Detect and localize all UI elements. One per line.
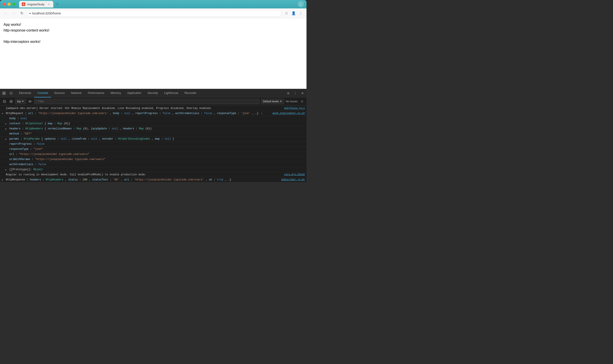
log-property-body: body : null xyxy=(0,116,306,121)
svg-point-15 xyxy=(302,101,303,102)
devtools-device-icon[interactable] xyxy=(8,90,14,96)
back-button[interactable]: ← xyxy=(3,10,9,16)
tab-sources[interactable]: Sources xyxy=(51,89,68,97)
log-source-polyfills[interactable]: polyfills.js:1 xyxy=(281,106,305,110)
tab-security[interactable]: Security xyxy=(144,89,161,97)
devtools-inspect-icon[interactable] xyxy=(1,90,7,96)
reload-button[interactable]: ↻ xyxy=(19,10,25,16)
log-property-method: method : "GET" xyxy=(0,131,306,136)
log-entry-angular-devmode: Angular is running in development mode. … xyxy=(0,172,306,177)
close-button[interactable] xyxy=(3,3,6,6)
log-property-responsetype: responseType : "json" xyxy=(0,147,306,152)
browser-tab[interactable]: A AngularStudy × xyxy=(19,1,53,8)
log-content-httprequest: HttpRequest { url : 'https://jsonplaceho… xyxy=(6,111,269,116)
tab-network[interactable]: Network xyxy=(68,89,85,97)
devtools-close-icon[interactable]: ✕ xyxy=(299,90,306,96)
expand-proto-icon[interactable]: ► xyxy=(5,168,8,171)
tab-title: AngularStudy xyxy=(27,3,44,6)
tab-favicon: A xyxy=(22,2,25,6)
context-value: top xyxy=(17,100,21,103)
log-property-params: ► params : HttpParams { updates : null ,… xyxy=(0,136,306,142)
lock-icon: ● xyxy=(29,12,31,15)
svg-rect-1 xyxy=(4,92,5,93)
log-content-angular-devmode: Angular is running in development mode. … xyxy=(6,173,281,177)
httprequest-brace-open: { xyxy=(25,112,27,115)
tab-console[interactable]: Console xyxy=(34,89,51,97)
svg-rect-4 xyxy=(10,92,12,94)
filter-input[interactable] xyxy=(38,100,258,103)
nav-bar: ← → ↻ ● localhost:4200/home ☆ 👤 ⋮ xyxy=(0,8,306,18)
levels-button[interactable]: Default levels ▼ xyxy=(261,99,284,104)
expand-context-icon[interactable]: ► xyxy=(5,122,8,126)
log-property-withcredentials: withCredentials : false xyxy=(0,162,306,167)
app-line-3: http-interceptors works! xyxy=(3,39,303,45)
nav-right-icons: ☆ 👤 ⋮ xyxy=(283,10,304,16)
no-issues-label: No Issues xyxy=(286,100,298,103)
log-source-auth-interceptor[interactable]: auth.interceptor.ts:22 xyxy=(269,111,305,115)
log-entry-server: [webpack-dev-server] Server started: Hot… xyxy=(0,106,306,111)
window-controls-right: ⌄ xyxy=(298,1,304,7)
expand-headers-icon[interactable]: ► xyxy=(5,127,8,131)
svg-point-14 xyxy=(29,101,30,102)
url-text: localhost:4200/home xyxy=(32,12,61,15)
devtools-more-icon[interactable]: ⋮ xyxy=(292,90,298,96)
tab-lighthouse[interactable]: Lighthouse xyxy=(161,89,181,97)
traffic-lights xyxy=(3,3,15,6)
levels-chevron-icon: ▼ xyxy=(280,100,282,103)
clear-console-button[interactable] xyxy=(2,99,7,104)
log-entry-httprequest: ▼ HttpRequest { url : 'https://jsonplace… xyxy=(0,111,306,116)
filter-icon: 〈 xyxy=(36,100,37,103)
svg-rect-3 xyxy=(4,93,5,94)
httprequest-url-key: url xyxy=(28,112,33,115)
httprequest-label: HttpRequest xyxy=(6,112,25,115)
browser-window: A AngularStudy × + ⌄ ← → ↻ ● localhost:4… xyxy=(0,0,306,182)
menu-button[interactable]: ⋮ xyxy=(298,10,304,16)
expand-button[interactable]: ⌄ xyxy=(298,1,304,7)
log-property-urlwithparams: urlWithParams : "https://jsonplaceholder… xyxy=(0,157,306,162)
log-content-httpresponse: HttpResponse { headers : HttpHeaders , s… xyxy=(6,178,278,182)
svg-line-9 xyxy=(3,101,5,102)
log-entry-httpresponse: ► HttpResponse { headers : HttpHeaders ,… xyxy=(0,177,306,182)
svg-rect-0 xyxy=(3,92,4,93)
levels-label: Default levels xyxy=(263,100,279,103)
forward-button[interactable]: → xyxy=(11,10,17,16)
tab-memory[interactable]: Memory xyxy=(107,89,124,97)
log-source-core-mjs[interactable]: core.mjs:25520 xyxy=(281,173,305,176)
address-bar[interactable]: ● localhost:4200/home xyxy=(27,10,282,17)
log-source-subscriber[interactable]: Subscriber.js:91 xyxy=(278,178,305,182)
expand-arrow-httpresponse[interactable]: ► xyxy=(2,178,5,182)
maximize-button[interactable] xyxy=(13,3,15,6)
page-content: App works! http-response-content works! … xyxy=(0,18,306,89)
tab-elements[interactable]: Elements xyxy=(16,89,34,97)
devtools-right-controls: ⋮ ✕ xyxy=(285,90,306,96)
svg-point-13 xyxy=(29,101,31,102)
log-property-url: url : "https://jsonplaceholder.typicode.… xyxy=(0,152,306,157)
devtools-panel: Elements Console Sources Network Perform… xyxy=(0,89,306,182)
tab-recorder[interactable]: Recorder xyxy=(181,89,200,97)
devtools-tab-list: Elements Console Sources Network Perform… xyxy=(16,89,285,97)
svg-rect-2 xyxy=(3,93,4,94)
title-bar: A AngularStudy × + ⌄ xyxy=(0,0,306,8)
log-property-context: ► context : HttpContext { map : Map (0)} xyxy=(0,121,306,126)
tab-bar: A AngularStudy × + xyxy=(19,1,296,8)
log-content-server: [webpack-dev-server] Server started: Hot… xyxy=(6,106,281,110)
toolbar-right-controls: Default levels ▼ No Issues xyxy=(261,99,305,104)
tab-performance[interactable]: Performance xyxy=(85,89,107,97)
profile-button[interactable]: 👤 xyxy=(291,10,297,16)
log-property-headers: ► headers : HttpHeaders { normalizedName… xyxy=(0,126,306,131)
tab-application[interactable]: Application xyxy=(124,89,145,97)
tab-close-button[interactable]: × xyxy=(47,2,51,6)
server-log-text: [webpack-dev-server] Server started: Hot… xyxy=(6,107,212,110)
filter-toggle-button[interactable] xyxy=(8,99,14,104)
minimize-button[interactable] xyxy=(8,3,11,6)
new-tab-button[interactable]: + xyxy=(54,1,60,7)
app-line-1: App works! xyxy=(3,22,303,27)
context-selector[interactable]: top ▼ xyxy=(15,99,26,104)
expand-params-icon[interactable]: ► xyxy=(5,137,8,141)
bookmark-button[interactable]: ☆ xyxy=(283,10,290,16)
console-settings-icon[interactable] xyxy=(299,99,305,104)
eye-icon-button[interactable] xyxy=(27,99,33,104)
devtools-settings-icon[interactable] xyxy=(285,90,291,96)
expand-arrow-httprequest[interactable]: ▼ xyxy=(2,111,5,116)
filter-input-box[interactable]: 〈 xyxy=(34,99,260,104)
